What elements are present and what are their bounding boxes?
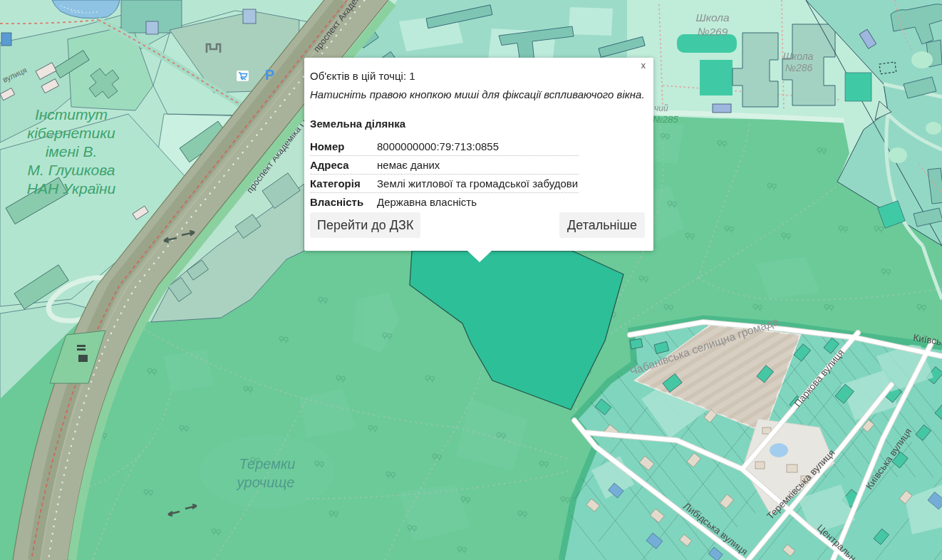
svg-text:№269: №269 <box>698 26 728 38</box>
svg-text:Теремки: Теремки <box>239 456 296 472</box>
svg-text:М. Глушкова: М. Глушкова <box>28 162 115 178</box>
svg-text:№285: №285 <box>653 114 679 125</box>
svg-text:імені В.: імені В. <box>46 143 98 160</box>
svg-text:чий: чий <box>654 103 668 113</box>
svg-text:кібернетики: кібернетики <box>27 125 115 141</box>
svg-text:Школа: Школа <box>695 11 730 24</box>
svg-text:Р: Р <box>265 67 274 83</box>
svg-text:№286: №286 <box>785 62 813 73</box>
svg-text:Школа: Школа <box>783 51 814 62</box>
svg-text:НАН України: НАН України <box>27 180 116 197</box>
svg-text:Інститут: Інститут <box>35 106 108 123</box>
svg-text:урочище: урочище <box>236 475 295 490</box>
